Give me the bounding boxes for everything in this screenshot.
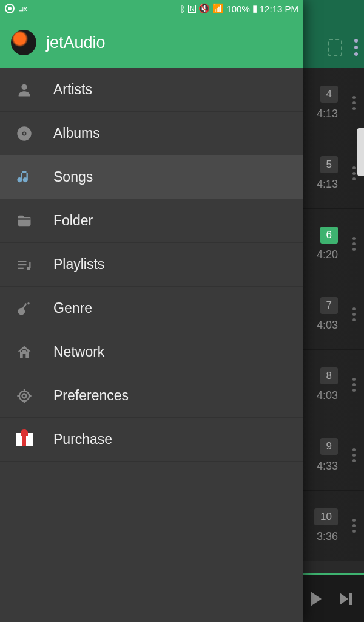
drawer-item-label: Purchase (53, 431, 112, 448)
track-duration: 4:13 (317, 108, 338, 120)
svg-point-5 (23, 132, 25, 135)
track-menu-icon[interactable] (349, 442, 359, 468)
drawer-item-purchase[interactable]: Purchase (0, 418, 303, 462)
status-indicator: ⊡x (18, 5, 27, 13)
navigation-drawer: ⊡x ᛒ N 🔇 📶 100% ▮ 12:13 PM jetAudio Arti… (0, 0, 303, 622)
nfc-icon: N (188, 5, 196, 13)
folder-icon (15, 211, 34, 231)
battery-text: 100% (226, 4, 249, 14)
drawer-item-genre[interactable]: Genre (0, 287, 303, 330)
app-title: jetAudio (46, 33, 106, 52)
svg-rect-9 (18, 267, 24, 268)
track-duration: 4:13 (317, 178, 338, 191)
gear-icon (15, 386, 34, 406)
app-status-icon (5, 4, 15, 13)
svg-point-1 (8, 7, 12, 10)
track-number: 9 (320, 438, 338, 455)
track-menu-icon[interactable] (349, 301, 359, 327)
svg-rect-13 (22, 303, 27, 310)
track-menu-icon[interactable] (349, 90, 359, 116)
disc-icon (15, 124, 34, 143)
person-icon (15, 80, 34, 100)
music-note-icon (15, 168, 34, 187)
drawer-item-label: Network (53, 344, 104, 360)
drawer-item-label: Genre (53, 300, 92, 316)
drawer-item-label: Songs (53, 169, 93, 185)
drawer-header: jetAudio (0, 17, 303, 68)
drawer-item-preferences[interactable]: Preferences (0, 374, 303, 418)
svg-point-2 (21, 84, 27, 89)
gift-icon (15, 430, 34, 449)
track-number: 8 (320, 367, 338, 384)
svg-point-16 (22, 394, 27, 398)
track-duration: 4:03 (317, 319, 338, 332)
svg-rect-6 (18, 218, 31, 219)
time-text: 12:13 PM (260, 4, 298, 14)
scroll-indicator[interactable] (357, 128, 364, 176)
drawer-item-songs[interactable]: Songs (0, 156, 303, 199)
drawer-menu: Artists Albums Songs Folder (0, 68, 303, 462)
drawer-item-artists[interactable]: Artists (0, 68, 303, 112)
signal-icon: 📶 (212, 3, 224, 14)
track-number: 6 (320, 227, 338, 244)
battery-icon: ▮ (252, 3, 257, 14)
track-number: 4 (320, 86, 338, 103)
svg-point-15 (19, 391, 29, 400)
guitar-icon (15, 299, 34, 318)
drawer-item-label: Folder (53, 213, 93, 229)
drawer-item-label: Playlists (53, 256, 104, 273)
next-icon[interactable] (340, 593, 352, 605)
drawer-item-label: Preferences (53, 388, 129, 404)
status-bar: ⊡x ᛒ N 🔇 📶 100% ▮ 12:13 PM (0, 0, 303, 17)
app-logo (11, 30, 36, 55)
drawer-item-label: Artists (53, 81, 92, 98)
bluetooth-icon: ᛒ (180, 4, 186, 14)
queue-icon[interactable] (328, 39, 342, 56)
svg-rect-11 (29, 262, 30, 268)
track-number: 10 (314, 508, 338, 525)
track-number: 7 (320, 297, 338, 314)
volume-icon: 🔇 (198, 3, 210, 14)
track-duration: 4:20 (317, 248, 338, 261)
svg-rect-7 (18, 261, 27, 262)
track-duration: 4:03 (317, 389, 338, 402)
play-icon[interactable] (311, 592, 322, 606)
network-icon (15, 343, 34, 362)
drawer-item-network[interactable]: Network (0, 330, 303, 374)
track-number: 5 (320, 156, 338, 173)
svg-point-14 (27, 302, 30, 305)
track-menu-icon[interactable] (349, 513, 359, 539)
drawer-item-playlists[interactable]: Playlists (0, 243, 303, 287)
more-menu-icon[interactable] (354, 39, 358, 56)
track-duration: 4:33 (317, 460, 338, 473)
drawer-item-albums[interactable]: Albums (0, 112, 303, 156)
svg-point-12 (18, 307, 25, 315)
track-menu-icon[interactable] (349, 372, 359, 398)
svg-rect-8 (18, 264, 27, 265)
track-duration: 3:36 (317, 530, 338, 543)
track-menu-icon[interactable] (349, 231, 359, 257)
drawer-item-folder[interactable]: Folder (0, 199, 303, 243)
playlist-icon (15, 255, 34, 275)
drawer-item-label: Albums (53, 125, 100, 142)
